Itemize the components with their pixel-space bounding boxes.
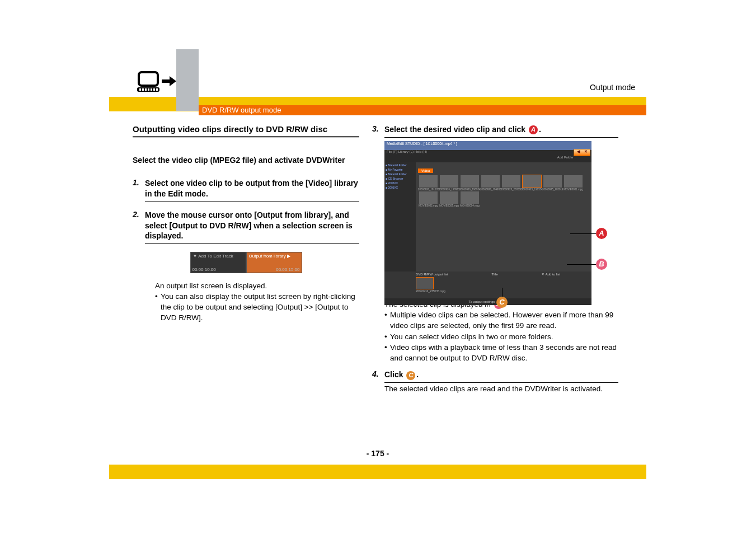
svg-rect-4	[145, 88, 147, 91]
step-4-text: Click C.	[384, 369, 618, 380]
step3-post: .	[539, 125, 541, 134]
step3-pre: Select the desired video clip and click	[384, 125, 528, 134]
note-output-list: An output list screen is displayed.	[155, 281, 359, 292]
step-num-4: 4.	[372, 369, 384, 380]
right-column: 3. Select the desired video clip and cli…	[372, 124, 618, 395]
svg-rect-6	[151, 88, 152, 91]
step4-pre: Click	[384, 370, 405, 379]
window-controls: ◀✕	[574, 149, 590, 156]
subtitle-rule	[133, 136, 359, 138]
callout-C: C	[496, 297, 508, 308]
step-1-text: Select one video clip to be output from …	[145, 178, 359, 199]
callout-C-line	[502, 288, 503, 297]
ss-thumb	[502, 175, 520, 188]
ss-thumb-label: 20060926_194935.mpg	[480, 188, 501, 191]
bullet-dot: •	[384, 343, 390, 364]
svg-rect-7	[153, 88, 155, 91]
ss-add-folder: Add Folder	[557, 156, 574, 159]
ss-thumb-label: 20060923_200500.mpg	[501, 188, 522, 191]
step-1-rule	[145, 202, 359, 202]
ss-thumb-selected	[523, 175, 541, 188]
ss-thumb	[461, 191, 479, 204]
ss-thumb-label: MOVIE0003.mpg	[439, 204, 459, 207]
section-title-band: DVD R/RW output mode	[199, 105, 646, 115]
callout-C-inline: C	[406, 371, 415, 380]
step-num-2: 2.	[133, 210, 145, 242]
ss-main: Video 20060926_191105.mpg 20060926_19093…	[416, 162, 591, 271]
ss-thumb-label: MOVIE0004.mpg	[459, 204, 480, 207]
ss-footer-left: To output settings	[468, 300, 495, 303]
ss-thumb-label: 20060923_193354.mpg	[522, 188, 542, 191]
step-3: 3. Select the desired video clip and cli…	[372, 124, 618, 135]
app-screenshot: MediaEdit STUDIO - [ 1CL00004.mp4 * ] Fi…	[384, 141, 591, 295]
step-2-rule	[145, 243, 359, 244]
ss-side-item: ■ Material Folder	[386, 163, 415, 167]
ss-thumb	[564, 175, 583, 188]
left-subtitle: Outputting video clips directly to DVD R…	[133, 124, 359, 134]
ss-thumb	[461, 175, 479, 188]
ss-thumb	[440, 191, 458, 204]
ss-side-item: ■ CD Browser	[386, 177, 415, 180]
ss-menubar: File (F) Library (L) Help (H)	[384, 150, 591, 156]
svg-rect-0	[139, 72, 158, 86]
step-4: 4. Click C.	[372, 369, 618, 380]
ss-thumb	[481, 175, 500, 188]
callout-B-line	[567, 264, 596, 265]
ss-thumb	[419, 191, 438, 204]
ss-output-panel: DVD R/RW output list Title ▼ Add to list…	[384, 271, 591, 298]
ss-output-item-label: 20060916_235035.mpg	[416, 289, 560, 293]
note-right-click: You can also display the output list scr…	[161, 292, 359, 324]
bottom-yellow-band	[109, 465, 646, 479]
bullet-multiple: Multiple video clips can be selected. Ho…	[390, 310, 618, 331]
page-number: - 175 -	[109, 449, 646, 458]
mini-screenshot: ▼ Add To Edit Track Output from library …	[190, 252, 302, 273]
step-1: 1. Select one video clip to be output fr…	[133, 178, 359, 199]
step4-post: .	[416, 370, 419, 379]
computer-export-icon	[137, 71, 176, 97]
mode-label: Output mode	[590, 83, 635, 92]
ss-footer: To output settings Close	[384, 298, 591, 305]
svg-rect-5	[148, 88, 149, 91]
ss-topbar: Add Folder	[384, 156, 591, 162]
mini-time-left: 00:00:10:00	[192, 267, 216, 272]
bullet-dot: •	[155, 292, 161, 324]
ss-thumb	[419, 175, 438, 188]
callout-A: A	[596, 228, 607, 239]
step4-sub: The selected video clips are read and th…	[384, 384, 618, 395]
ss-thumb	[440, 175, 458, 188]
step-num-1: 1.	[133, 178, 145, 199]
bullet-dot: •	[384, 310, 390, 331]
ss-titlebar: MediaEdit STUDIO - [ 1CL00004.mp4 * ]	[384, 141, 591, 150]
step-3-rule	[384, 137, 618, 138]
grey-accent-block	[176, 49, 199, 111]
lead-text: Select the video clip (MPEG2 file) and a…	[133, 155, 359, 166]
svg-rect-3	[142, 88, 144, 91]
svg-rect-2	[139, 88, 141, 91]
bullet-3sec: Video clips with a playback time of less…	[390, 343, 618, 364]
bullet-folders: You can select video clips in two or mor…	[390, 332, 618, 343]
ss-thumb	[543, 175, 562, 188]
ss-side-item: ■ Material Folder	[386, 172, 415, 176]
ss-side-item: ■ 2006XX	[386, 186, 415, 189]
step-4-rule	[384, 382, 618, 383]
ss-output-add: ▼ Add to list	[541, 273, 560, 276]
ss-thumb-label: 20060925_205019.mpg	[542, 188, 563, 191]
callout-A-inline: A	[529, 125, 538, 134]
step-3-text: Select the desired video clip and click …	[384, 124, 618, 135]
step-num-3: 3.	[372, 124, 384, 135]
bullet-dot: •	[384, 332, 390, 343]
svg-rect-8	[156, 88, 158, 91]
callout-B: B	[596, 259, 607, 270]
ss-sidebar: ■ Material Folder ■ My Favorite ■ Materi…	[384, 162, 416, 271]
left-column: Outputting video clips directly to DVD R…	[133, 124, 359, 324]
ss-video-tab: Video	[418, 168, 433, 173]
ss-thumb-label: MOVIE0001.mpg	[563, 188, 584, 191]
ss-side-item: ■ 2006XX	[386, 181, 415, 185]
step-2: 2. Move the mouse cursor onto [Output fr…	[133, 210, 359, 242]
ss-output-thumb	[416, 277, 434, 289]
callout-A-line	[570, 233, 596, 234]
step-2-text: Move the mouse cursor onto [Output from …	[145, 210, 359, 242]
ss-output-col: Title	[491, 273, 497, 276]
ss-thumb-row: 20060926_191105.mpg 20060926_190933.mpg …	[418, 175, 589, 207]
ss-thumb-label: MOVIE0002.mpg	[418, 204, 439, 207]
